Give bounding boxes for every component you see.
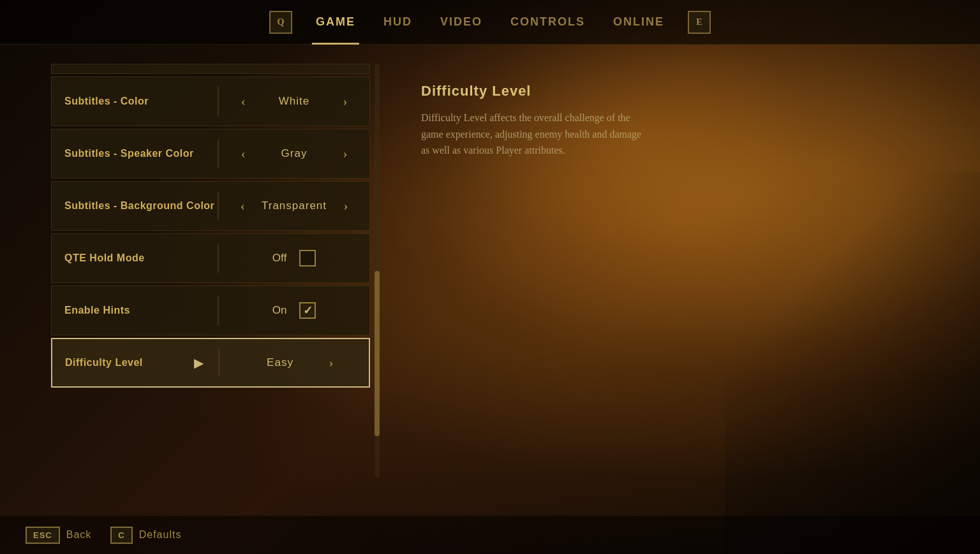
right-nav-icon: E bbox=[683, 6, 715, 38]
subtitles-background-color-right-arrow[interactable]: › bbox=[337, 197, 355, 215]
qte-hold-mode-label: QTE Hold Mode bbox=[52, 252, 218, 265]
difficulty-level-label: Difficulty Level bbox=[52, 356, 218, 370]
qte-hold-mode-text: Off bbox=[272, 252, 286, 265]
left-nav-icon: Q bbox=[265, 6, 297, 38]
subtitles-color-value: ‹ White › bbox=[219, 92, 369, 110]
info-description: Difficulty Level affects the overall cha… bbox=[421, 110, 651, 159]
subtitles-background-color-left-arrow[interactable]: ‹ bbox=[234, 197, 251, 215]
scrollbar-thumb[interactable] bbox=[375, 271, 380, 437]
e-icon-label: E bbox=[696, 17, 702, 27]
tab-video[interactable]: VIDEO bbox=[426, 0, 496, 45]
q-icon-box: Q bbox=[269, 11, 292, 34]
subtitles-speaker-color-right-arrow[interactable]: › bbox=[336, 145, 354, 163]
defaults-label: Defaults bbox=[139, 529, 182, 541]
tab-online[interactable]: ONLINE bbox=[599, 0, 678, 45]
subtitles-speaker-color-left-arrow[interactable]: ‹ bbox=[234, 145, 252, 163]
settings-row-difficulty-level[interactable]: Difficulty Level ▶ Easy › bbox=[51, 338, 370, 388]
info-panel: Difficulty Level Difficulty Level affect… bbox=[383, 45, 980, 554]
subtitles-speaker-color-value: ‹ Gray › bbox=[219, 145, 369, 163]
tab-game[interactable]: GAME bbox=[302, 0, 369, 45]
subtitles-background-color-label: Subtitles - Background Color bbox=[52, 200, 218, 213]
back-key: ESC bbox=[26, 527, 60, 544]
enable-hints-value: On bbox=[219, 302, 369, 319]
settings-panel: Subtitles - Color ‹ White › Subtitles - … bbox=[0, 45, 383, 554]
cursor-arrow-icon: ▶ bbox=[194, 355, 204, 370]
difficulty-level-right-arrow[interactable]: › bbox=[322, 354, 340, 372]
subtitles-color-label: Subtitles - Color bbox=[52, 95, 218, 108]
subtitles-speaker-color-label: Subtitles - Speaker Color bbox=[52, 147, 218, 161]
settings-row-subtitles-speaker-color[interactable]: Subtitles - Speaker Color ‹ Gray › bbox=[51, 129, 370, 179]
subtitles-background-color-text: Transparent bbox=[262, 200, 327, 212]
back-button[interactable]: ESC Back bbox=[26, 527, 91, 544]
q-icon-label: Q bbox=[278, 17, 285, 27]
settings-row-enable-hints[interactable]: Enable Hints On bbox=[51, 286, 370, 335]
settings-row-partial bbox=[51, 64, 370, 74]
top-navigation: Q GAME HUD VIDEO CONTROLS ONLINE E bbox=[0, 0, 980, 45]
enable-hints-label: Enable Hints bbox=[52, 304, 218, 317]
back-label: Back bbox=[66, 529, 92, 541]
info-title: Difficulty Level bbox=[421, 83, 929, 99]
subtitles-background-color-value: ‹ Transparent › bbox=[219, 197, 369, 215]
settings-row-qte-hold-mode[interactable]: QTE Hold Mode Off bbox=[51, 233, 370, 283]
qte-hold-mode-checkbox[interactable] bbox=[299, 250, 316, 266]
tab-hud[interactable]: HUD bbox=[369, 0, 426, 45]
e-icon-box: E bbox=[688, 11, 711, 34]
defaults-button[interactable]: C Defaults bbox=[110, 527, 181, 544]
enable-hints-checkbox[interactable] bbox=[299, 302, 316, 319]
bottom-bar: ESC Back C Defaults bbox=[0, 516, 980, 554]
subtitles-speaker-color-text: Gray bbox=[262, 147, 326, 160]
main-content: Subtitles - Color ‹ White › Subtitles - … bbox=[0, 45, 980, 554]
settings-row-subtitles-color[interactable]: Subtitles - Color ‹ White › bbox=[51, 77, 370, 126]
subtitles-color-text: White bbox=[262, 95, 326, 108]
scrollbar[interactable] bbox=[375, 64, 380, 477]
tab-controls[interactable]: CONTROLS bbox=[496, 0, 599, 45]
enable-hints-text: On bbox=[272, 304, 287, 317]
defaults-key: C bbox=[110, 527, 132, 544]
qte-hold-mode-value: Off bbox=[219, 250, 369, 266]
settings-row-subtitles-background-color[interactable]: Subtitles - Background Color ‹ Transpare… bbox=[51, 181, 370, 231]
subtitles-color-right-arrow[interactable]: › bbox=[336, 92, 354, 110]
subtitles-color-left-arrow[interactable]: ‹ bbox=[234, 92, 252, 110]
difficulty-level-text: Easy bbox=[248, 356, 312, 369]
difficulty-level-value: ▶ Easy › bbox=[219, 354, 369, 372]
